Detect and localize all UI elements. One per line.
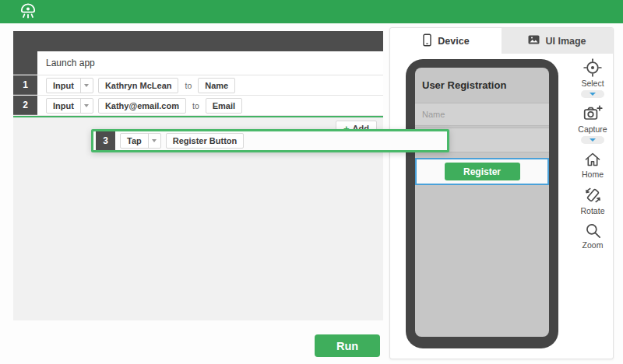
- tab-device-label: Device: [438, 36, 469, 47]
- top-bar: [0, 0, 623, 23]
- action-select-value: Tap: [121, 134, 148, 148]
- caret-down-icon: [590, 138, 596, 142]
- device-screen: User Registration Name Register: [415, 68, 549, 337]
- step-target-field[interactable]: Name: [198, 78, 235, 93]
- camera-plus-icon: [583, 104, 603, 124]
- steps-table-header: [13, 31, 383, 51]
- image-icon: [528, 35, 540, 47]
- toolbar-item-rotate[interactable]: Rotate: [581, 185, 605, 215]
- row-number-cell-empty: [13, 51, 37, 75]
- toolbar-zoom-label: Zoom: [583, 240, 604, 250]
- device-panel: Device UI Image User Registration Name R…: [389, 27, 614, 359]
- tab-device[interactable]: Device: [390, 28, 502, 54]
- device-phone-frame: User Registration Name Register: [406, 59, 558, 348]
- caret-down-icon[interactable]: [148, 134, 160, 148]
- dragged-step-row[interactable]: 3 Tap Register Button: [91, 129, 449, 152]
- selected-element-highlight: Register: [415, 158, 549, 185]
- toolbar-rotate-label: Rotate: [581, 206, 605, 215]
- action-select-value: Input: [47, 79, 80, 93]
- app-logo-icon[interactable]: [18, 2, 38, 21]
- to-label: to: [192, 101, 199, 110]
- screen-title: User Registration: [415, 68, 549, 103]
- step-row-2[interactable]: 2 Input Kathy@email.com to Email: [13, 96, 383, 116]
- toolbar-item-select[interactable]: Select: [581, 58, 604, 98]
- row-number-cell: 3: [96, 131, 115, 150]
- register-button[interactable]: Register: [445, 163, 520, 180]
- step-row-1[interactable]: 1 Input Kathryn McLean to Name: [13, 75, 383, 96]
- tab-ui-image-label: UI Image: [545, 36, 586, 47]
- smartphone-icon: [422, 33, 432, 49]
- row-number-cell: 1: [13, 75, 37, 95]
- name-field-placeholder: Name: [422, 110, 445, 119]
- action-select[interactable]: Input: [46, 98, 93, 114]
- launch-app-row[interactable]: Launch app: [13, 51, 383, 75]
- launch-app-label: Launch app: [46, 58, 95, 68]
- run-button[interactable]: Run: [315, 334, 380, 357]
- caret-down-icon[interactable]: [80, 99, 93, 113]
- row-number-cell: 2: [13, 96, 37, 115]
- select-dropdown[interactable]: [581, 90, 604, 98]
- step-value-field[interactable]: Kathryn McLean: [98, 78, 179, 93]
- action-select[interactable]: Input: [46, 78, 93, 93]
- toolbar-item-home[interactable]: Home: [582, 150, 604, 179]
- step-target-field[interactable]: Register Button: [166, 133, 245, 149]
- action-select[interactable]: Tap: [120, 133, 161, 149]
- toolbar-item-capture[interactable]: Capture: [578, 104, 607, 144]
- caret-down-icon[interactable]: [80, 79, 93, 93]
- toolbar-capture-label: Capture: [578, 124, 607, 134]
- magnifier-icon: [584, 222, 602, 240]
- toolbar-select-label: Select: [581, 79, 604, 88]
- capture-dropdown[interactable]: [581, 136, 604, 144]
- device-tabs: Device UI Image: [390, 28, 613, 54]
- caret-down-icon: [590, 93, 596, 96]
- to-label: to: [185, 81, 192, 90]
- device-toolbar: Select Capture: [574, 58, 611, 256]
- toolbar-item-zoom[interactable]: Zoom: [583, 222, 604, 250]
- action-select-value: Input: [47, 99, 80, 113]
- name-field[interactable]: Name: [415, 103, 549, 126]
- step-target-field[interactable]: Email: [206, 98, 242, 114]
- toolbar-home-label: Home: [582, 170, 604, 179]
- crosshair-target-icon: [583, 58, 603, 78]
- step-value-field[interactable]: Kathy@email.com: [98, 98, 186, 114]
- tab-ui-image[interactable]: UI Image: [502, 28, 613, 54]
- rotate-device-icon: [583, 185, 603, 205]
- test-steps-panel: Launch app 1 Input Kathryn McLean to Nam…: [13, 31, 383, 320]
- home-icon: [583, 150, 602, 169]
